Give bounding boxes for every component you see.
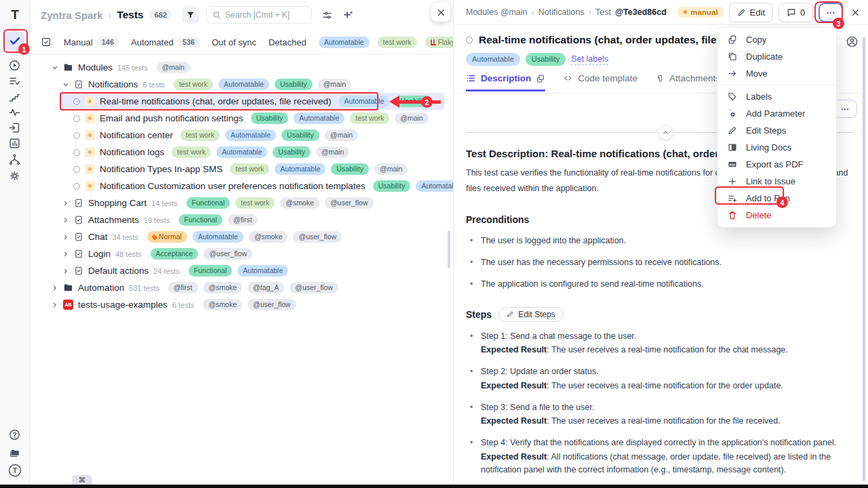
pencil-icon xyxy=(737,8,746,17)
test-tree-panel: Zyntra Spark › Tests 682 Search [Cmd + K… xyxy=(30,0,453,488)
tab-automated[interactable]: Automated536 xyxy=(131,37,199,47)
suite-icon xyxy=(74,249,83,259)
comments-button[interactable]: 0 xyxy=(778,3,813,22)
sparkle-icon: ✳ xyxy=(683,9,688,16)
annotation-badge-2: 2 xyxy=(421,96,433,108)
bulk-select-button[interactable] xyxy=(41,37,52,47)
menu-item-duplicate[interactable]: Duplicate xyxy=(717,48,836,65)
menu-item-living-docs[interactable]: Living Docs xyxy=(717,139,836,156)
pulse-icon xyxy=(8,106,21,119)
chevron-down-icon[interactable] xyxy=(52,64,58,71)
chip--first: @first xyxy=(168,282,198,293)
chevron-right-icon[interactable] xyxy=(62,251,69,258)
annotation-box-2 xyxy=(60,92,378,110)
help-button[interactable] xyxy=(5,425,24,444)
filter-tab-bar: Manual146 Automated536 Out of sync Detac… xyxy=(30,30,453,55)
sparkle-icon: ✳ xyxy=(85,147,95,157)
panel-close-button[interactable] xyxy=(431,3,450,22)
detail-scrollbar[interactable] xyxy=(863,37,865,481)
help-icon xyxy=(8,428,21,441)
tab-manual[interactable]: Manual146 xyxy=(64,37,119,47)
chip-automatable: Automatable xyxy=(225,129,276,141)
tree-row-tests-usage-examples[interactable]: AB tests-usage-examples6 tests @smoke@us… xyxy=(30,296,453,313)
search-icon xyxy=(212,11,221,20)
tree-scrollbar[interactable] xyxy=(448,230,450,268)
projects-button[interactable] xyxy=(5,443,24,462)
edit-button[interactable]: Edit xyxy=(729,3,773,22)
fire-icon xyxy=(151,234,158,241)
menu-item-add-parameter[interactable]: Add Parameter xyxy=(717,105,836,122)
paperclip-icon xyxy=(655,74,665,83)
tree-row-notification-types[interactable]: ✳ Notification Types In-app SMS test wor… xyxy=(30,161,453,178)
copy-description-icon[interactable] xyxy=(536,74,545,83)
tree-row-email-push-settings[interactable]: ✳ Email and push notification settings U… xyxy=(30,110,453,127)
workspace-avatar[interactable]: T xyxy=(5,461,24,480)
tree-row-automation[interactable]: Automation531 tests @first@smoke@tag_A@u… xyxy=(30,279,453,296)
chip-test-work[interactable]: test work xyxy=(378,37,417,48)
annotation-box-4 xyxy=(715,186,784,205)
chip-test-work: test work xyxy=(174,79,213,90)
description-icon xyxy=(466,73,476,83)
chevron-down-icon[interactable] xyxy=(62,81,69,88)
chevron-right-icon[interactable] xyxy=(62,234,69,241)
filter-button[interactable] xyxy=(182,6,199,24)
tree-row-login[interactable]: Login48 tests Acceptance@user_flow xyxy=(30,245,453,262)
chevron-right-icon[interactable] xyxy=(52,285,58,291)
set-labels-link[interactable]: Set labels xyxy=(571,54,608,65)
duplicate-icon xyxy=(727,52,738,62)
annotation-arrow-2 xyxy=(389,96,399,108)
suite-icon xyxy=(74,79,83,89)
tree-row-notifications[interactable]: Notifications6 tests test workAutomatabl… xyxy=(30,76,453,93)
chip-automatable[interactable]: Automatable xyxy=(319,37,370,48)
tree-row-default-actions[interactable]: Default actions24 tests FunctionalAutoma… xyxy=(30,262,453,279)
chevron-right-icon[interactable] xyxy=(62,217,69,224)
search-input[interactable]: Search [Cmd + K] xyxy=(206,6,312,24)
ai-create-button[interactable] xyxy=(342,9,354,21)
chip-automatable: Automatable xyxy=(294,113,344,124)
folders-icon xyxy=(8,447,21,460)
detail-close-button[interactable] xyxy=(851,8,860,17)
menu-item-edit-steps[interactable]: Edit Steps xyxy=(717,122,836,139)
tab-attachments[interactable]: Attachments xyxy=(655,73,720,89)
chip-usability: Usability xyxy=(526,53,566,66)
tab-description[interactable]: Description xyxy=(466,73,545,92)
chevron-right-icon[interactable] xyxy=(52,302,58,308)
chevron-right-icon[interactable] xyxy=(62,268,69,274)
chip--main: @main xyxy=(374,163,408,175)
menu-item-labels[interactable]: Labels xyxy=(717,88,836,105)
chip-flaky[interactable]: Flaky xyxy=(425,37,453,48)
tree-row-notification-logs[interactable]: ✳ Notification logs test workAutomatable… xyxy=(30,144,453,161)
tree-row-notification-customization[interactable]: ✳ Notification Customization user prefer… xyxy=(30,178,453,195)
chip-automatable: Automatable xyxy=(218,79,269,90)
breadcrumb-notifications[interactable]: Notifications xyxy=(538,7,585,17)
edit-steps-button[interactable]: Edit Steps xyxy=(498,307,564,322)
tree-row-modules[interactable]: Modules145 tests @main xyxy=(30,59,453,76)
sidebar-item-settings[interactable] xyxy=(5,166,24,185)
tab-code-template[interactable]: Code template xyxy=(563,73,637,89)
menu-item-move[interactable]: Move xyxy=(717,65,836,82)
menu-item-copy[interactable]: Copy xyxy=(717,31,836,48)
tree-row-notification-center[interactable]: ✳ Notification center test workAutomatab… xyxy=(30,127,453,144)
view-settings-button[interactable] xyxy=(321,9,333,21)
chip-test-work: test work xyxy=(235,197,275,209)
tree-row-shopping-cart[interactable]: Shopping Cart14 tests Functionaltest wor… xyxy=(30,195,453,211)
filter-chip-group: Automatabletest workFlaky⚑ xyxy=(319,37,453,48)
assignee-avatar[interactable] xyxy=(846,35,859,48)
bar-chart-icon xyxy=(8,137,21,150)
breadcrumb-modules[interactable]: Modules @main xyxy=(466,7,528,17)
chip--tag-a: @tag_A xyxy=(248,282,284,293)
menu-item-export-pdf[interactable]: PDF Export as PDF xyxy=(717,156,836,173)
window-bottom-edge xyxy=(0,485,868,488)
chip-usability: Usability xyxy=(251,113,289,124)
play-circle-icon xyxy=(8,59,21,72)
branch-icon xyxy=(8,153,21,166)
menu-item-delete[interactable]: Delete xyxy=(717,207,836,224)
tab-out-of-sync[interactable]: Out of sync xyxy=(212,37,256,47)
chevron-right-icon[interactable] xyxy=(62,200,69,207)
cmd-key-hint: ⌘ xyxy=(72,475,92,485)
chip-automatable: Automatable xyxy=(466,53,520,66)
tree-row-attachments[interactable]: Attachments19 tests Functional@first xyxy=(30,211,453,228)
tab-detached[interactable]: Detached xyxy=(269,37,307,47)
tree-row-chat[interactable]: Chat34 tests NormalAutomatable@smoke@use… xyxy=(30,228,453,245)
breadcrumb-workspace[interactable]: Zyntra Spark xyxy=(41,9,103,21)
